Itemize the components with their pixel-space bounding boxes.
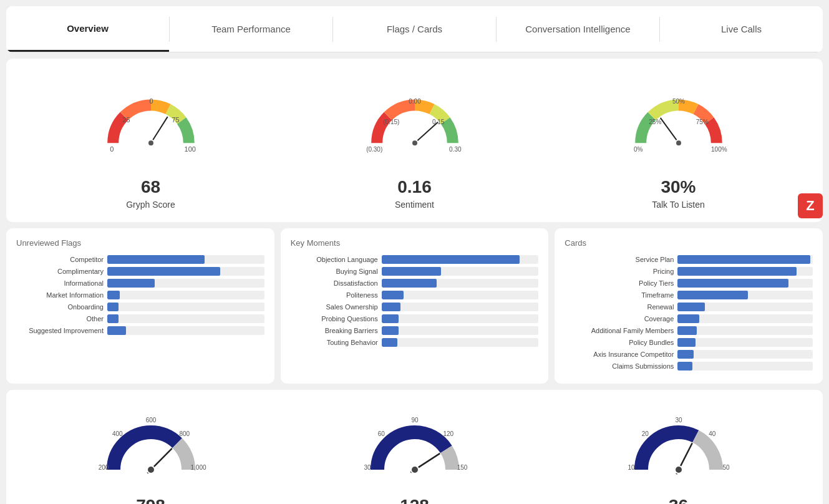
gauge-value-ttl: 30% — [661, 177, 696, 197]
gauge-canvas-sentiment — [315, 71, 515, 171]
bar-fill — [107, 291, 120, 299]
top-gauge-sentiment: 0.16Sentiment — [283, 71, 546, 210]
nav-item-live-calls[interactable]: Live Calls — [660, 6, 823, 52]
top-gauge-ttl: 30%Talk To Listen — [546, 71, 810, 210]
bar-row: Onboarding — [16, 303, 264, 311]
bar-row: Suggested Improvement — [16, 326, 264, 335]
bar-fill — [382, 255, 520, 264]
bar-fill — [677, 350, 694, 359]
bar-row: Informational — [16, 279, 264, 288]
bar-fill — [677, 303, 704, 311]
bar-background — [382, 291, 539, 299]
bar-label: Breaking Barriers — [291, 327, 378, 334]
bar-row: Pricing — [565, 267, 813, 276]
bar-row: Additional Family Members — [565, 326, 813, 335]
bar-label: Coverage — [565, 315, 674, 322]
bar-label: Probing Questions — [291, 315, 378, 322]
bar-label: Objection Language — [291, 256, 378, 263]
bar-background — [107, 303, 264, 311]
bar-label: Service Plan — [565, 256, 674, 263]
bar-background — [382, 314, 539, 323]
bar-label: Policy Bundles — [565, 339, 674, 346]
nav-item-overview[interactable]: Overview — [6, 6, 169, 52]
bar-fill — [677, 326, 696, 335]
gauge-canvas-ttl — [579, 71, 778, 171]
bar-background — [382, 303, 539, 311]
bar-background — [382, 326, 539, 335]
bottom-gauge-connections: 128Connections — [283, 402, 546, 504]
bar-label: Onboarding — [16, 303, 104, 311]
bar-background — [677, 291, 813, 299]
bar-background — [677, 362, 813, 371]
bottom-gauge-value: 798 — [136, 496, 165, 504]
bar-fill — [107, 279, 155, 288]
bar-fill — [677, 314, 699, 323]
nav-item-flags-/-cards[interactable]: Flags / Cards — [333, 6, 496, 52]
bar-row: Sales Ownership — [291, 303, 539, 311]
bar-label: Claims Submissions — [565, 362, 674, 370]
bar-fill — [107, 267, 220, 276]
bar-row: Politeness — [291, 291, 539, 299]
bar-background — [382, 255, 539, 264]
bar-background — [677, 314, 813, 323]
bar-label: Politeness — [291, 291, 378, 299]
bar-background — [677, 267, 813, 276]
bar-background — [107, 291, 264, 299]
bar-label: Pricing — [565, 268, 674, 275]
bar-background — [677, 350, 813, 359]
bar-row: Objection Language — [291, 255, 539, 264]
gauge-label-ttl: Talk To Listen — [652, 200, 705, 210]
bar-row: Market Information — [16, 291, 264, 299]
bar-fill — [382, 279, 437, 288]
gauge-canvas-score — [51, 71, 251, 171]
bar-background — [107, 255, 264, 264]
gauge-value-sentiment: 0.16 — [397, 177, 432, 197]
gauge-label-sentiment: Sentiment — [395, 200, 434, 210]
bar-label: Timeframe — [565, 291, 674, 299]
z-button[interactable]: Z — [798, 193, 823, 218]
bar-fill — [677, 267, 797, 276]
bar-row: Service Plan — [565, 255, 813, 264]
bar-row: Buying Signal — [291, 267, 539, 276]
bar-row: Policy Bundles — [565, 338, 813, 347]
bar-fill — [382, 338, 397, 347]
bar-fill — [382, 314, 399, 323]
bar-background — [382, 267, 539, 276]
moments-title: Key Moments — [291, 238, 539, 248]
bar-fill — [107, 326, 126, 335]
bar-label: Complimentary — [16, 268, 104, 275]
bar-row: Complimentary — [16, 267, 264, 276]
bar-background — [677, 255, 813, 264]
bar-row: Timeframe — [565, 291, 813, 299]
flags-title: Unreviewed Flags — [16, 238, 264, 248]
bar-fill — [677, 255, 810, 264]
bottom-gauge-canvas — [591, 402, 766, 496]
bottom-gauge-calls: 798Calls — [19, 402, 283, 504]
bar-label: Touting Behavior — [291, 339, 378, 346]
bar-background — [677, 279, 813, 288]
top-gauge-score: 68Gryph Score — [19, 71, 283, 210]
gauge-label-score: Gryph Score — [126, 200, 175, 210]
bar-fill — [677, 362, 692, 371]
bar-background — [107, 314, 264, 323]
bar-fill — [677, 279, 788, 288]
bar-label: Additional Family Members — [565, 327, 674, 334]
bar-background — [382, 279, 539, 288]
bar-row: Probing Questions — [291, 314, 539, 323]
bar-row: Touting Behavior — [291, 338, 539, 347]
bar-label: Market Information — [16, 291, 104, 299]
nav-item-team-performance[interactable]: Team Performance — [170, 6, 332, 52]
bar-label: Renewal — [565, 303, 674, 311]
bar-row: Claims Submissions — [565, 362, 813, 371]
bar-background — [677, 338, 813, 347]
bar-label: Competitor — [16, 256, 104, 263]
bar-row: Policy Tiers — [565, 279, 813, 288]
bar-label: Other — [16, 315, 104, 322]
bar-background — [107, 326, 264, 335]
bar-fill — [107, 314, 119, 323]
bar-fill — [677, 291, 748, 299]
nav-item-conversation-intelligence[interactable]: Conversation Intelligence — [497, 6, 659, 52]
bar-fill — [677, 338, 695, 347]
bar-label: Policy Tiers — [565, 279, 674, 287]
bar-row: Dissatisfaction — [291, 279, 539, 288]
